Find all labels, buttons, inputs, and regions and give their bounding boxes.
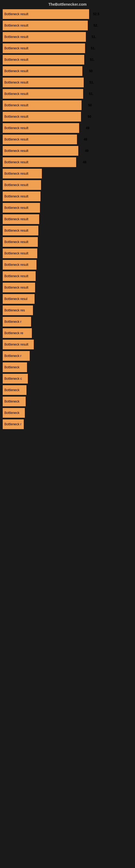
bar-label-33: Bottleneck — [4, 388, 19, 392]
bar-label-2: Bottleneck result — [4, 35, 28, 39]
bar-label-16: Bottleneck result — [4, 194, 28, 198]
bar-row: Bottleneck result — [3, 248, 132, 258]
bar-31: Bottleneck — [3, 362, 27, 372]
bar-row: Bottleneck result51. — [3, 32, 132, 42]
bar-label-1: Bottleneck result — [4, 24, 28, 27]
bar-label-24: Bottleneck result — [4, 286, 28, 289]
bar-8: Bottleneck result50 — [3, 100, 82, 110]
bar-4: Bottleneck result51. — [3, 55, 84, 65]
bar-row: Bottleneck result50 — [3, 100, 132, 110]
bar-row: Bottleneck — [3, 385, 132, 395]
bar-row: Bottleneck r — [3, 420, 132, 429]
bar-label-9: Bottleneck result — [4, 115, 28, 119]
bar-row: Bottleneck result51. — [3, 78, 132, 87]
bar-value-9: 50 — [88, 115, 91, 119]
bar-row: Bottleneck result — [3, 226, 132, 236]
bar-13: Bottleneck result48 — [3, 157, 76, 167]
site-header: TheBottlenecker.com — [0, 0, 135, 8]
bar-row: Bottleneck result — [3, 283, 132, 292]
bar-10: Bottleneck result49 — [3, 123, 79, 133]
bar-label-23: Bottleneck result — [4, 274, 28, 278]
bar-label-12: Bottleneck result — [4, 149, 28, 153]
bar-row: Bottleneck resul — [3, 294, 132, 304]
bar-23: Bottleneck result — [3, 271, 36, 281]
bar-36: Bottleneck r — [3, 420, 24, 429]
bar-value-13: 48 — [83, 160, 86, 164]
bar-label-30: Bottleneck r — [4, 354, 21, 358]
bar-value-5: 50 — [89, 69, 93, 73]
bar-19: Bottleneck result — [3, 226, 38, 236]
bar-29: Bottleneck result — [3, 340, 34, 349]
bar-value-3: 51. — [91, 46, 95, 50]
bar-label-20: Bottleneck result — [4, 240, 28, 244]
bar-row: Bottleneck result49 — [3, 123, 132, 133]
bar-5: Bottleneck result50 — [3, 66, 82, 76]
bar-row: Bottleneck — [3, 397, 132, 406]
bar-label-17: Bottleneck result — [4, 206, 28, 210]
bar-label-4: Bottleneck result — [4, 58, 28, 62]
bar-row: Bottleneck result — [3, 191, 132, 201]
bar-value-11: 48 — [84, 137, 87, 141]
bar-row: Bottleneck result51. — [3, 43, 132, 53]
bar-label-8: Bottleneck result — [4, 103, 28, 107]
bar-row: Bottleneck r — [3, 317, 132, 327]
bar-label-27: Bottleneck r — [4, 320, 21, 323]
bar-label-22: Bottleneck result — [4, 263, 28, 267]
bar-3: Bottleneck result51. — [3, 43, 85, 53]
bar-label-36: Bottleneck r — [4, 422, 21, 426]
bar-row: Bottleneck result — [3, 340, 132, 349]
bar-1: Bottleneck result52. — [3, 21, 88, 30]
bars-container: Bottleneck result52.5Bottleneck result52… — [0, 8, 135, 432]
bar-label-5: Bottleneck result — [4, 69, 28, 73]
bar-label-31: Bottleneck — [4, 365, 19, 369]
bar-9: Bottleneck result50 — [3, 112, 81, 122]
bar-value-10: 49 — [86, 126, 89, 130]
bar-28: Bottleneck re — [3, 328, 32, 338]
bar-row: Bottleneck result — [3, 180, 132, 190]
bar-label-0: Bottleneck result — [4, 12, 28, 16]
bar-label-10: Bottleneck result — [4, 126, 28, 130]
bar-row: Bottleneck c — [3, 374, 132, 383]
bar-value-12: 49 — [85, 149, 89, 153]
bar-row: Bottleneck re — [3, 328, 132, 338]
bar-label-35: Bottleneck — [4, 411, 19, 415]
bar-row: Bottleneck result52. — [3, 21, 132, 30]
bar-27: Bottleneck r — [3, 317, 31, 327]
bar-label-14: Bottleneck result — [4, 172, 28, 176]
bar-value-7: 51. — [89, 92, 93, 96]
bar-row: Bottleneck — [3, 408, 132, 418]
bar-row: Bottleneck result — [3, 203, 132, 213]
bar-value-6: 51. — [89, 81, 94, 84]
bar-label-25: Bottleneck resul — [4, 297, 27, 301]
bar-row: Bottleneck result50 — [3, 66, 132, 76]
bar-0: Bottleneck result52.5 — [3, 9, 89, 19]
bar-label-3: Bottleneck result — [4, 46, 28, 50]
bar-label-6: Bottleneck result — [4, 81, 28, 84]
bar-value-2: 51. — [92, 35, 96, 39]
bar-12: Bottleneck result49 — [3, 146, 78, 156]
bar-label-21: Bottleneck result — [4, 251, 28, 255]
bar-6: Bottleneck result51. — [3, 78, 84, 87]
bar-value-1: 52. — [93, 24, 98, 27]
bar-24: Bottleneck result — [3, 283, 35, 292]
bar-16: Bottleneck result — [3, 191, 41, 201]
bar-18: Bottleneck result — [3, 214, 39, 224]
bar-2: Bottleneck result51. — [3, 32, 86, 42]
bar-row: Bottleneck result — [3, 271, 132, 281]
bar-label-7: Bottleneck result — [4, 92, 28, 96]
bar-row: Bottleneck result50 — [3, 112, 132, 122]
bar-14: Bottleneck result — [3, 169, 42, 179]
bar-11: Bottleneck result48 — [3, 134, 77, 144]
bar-row: Bottleneck result49 — [3, 146, 132, 156]
bar-label-19: Bottleneck result — [4, 229, 28, 232]
bar-label-29: Bottleneck result — [4, 343, 28, 346]
bar-20: Bottleneck result — [3, 237, 38, 247]
bar-value-8: 50 — [88, 103, 92, 107]
bar-row: Bottleneck result — [3, 214, 132, 224]
bar-34: Bottleneck — [3, 397, 26, 406]
site-title: TheBottlenecker.com — [48, 2, 87, 6]
bar-25: Bottleneck resul — [3, 294, 35, 304]
bar-label-13: Bottleneck result — [4, 160, 28, 164]
bar-label-11: Bottleneck result — [4, 137, 28, 141]
bar-30: Bottleneck r — [3, 351, 30, 361]
